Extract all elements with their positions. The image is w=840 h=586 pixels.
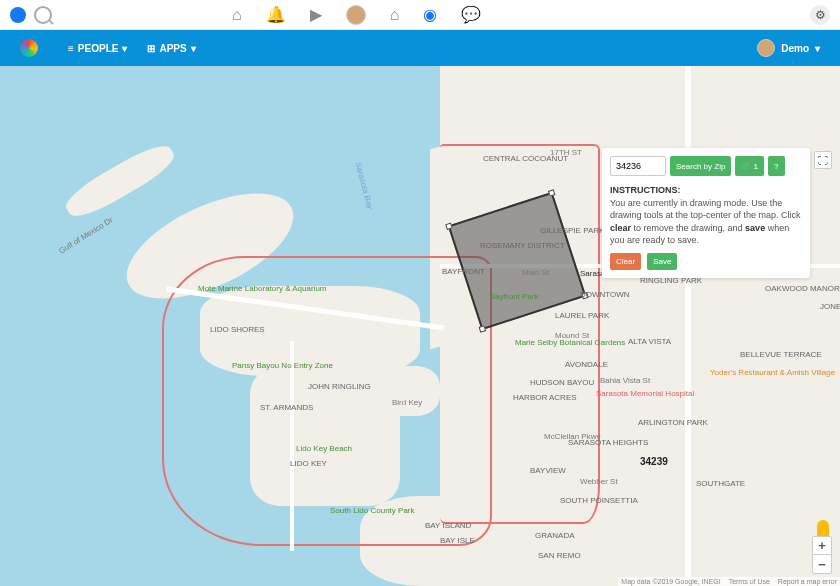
district-label: BELLEVUE TERRACE (740, 350, 822, 359)
zoom-out-button[interactable]: − (813, 555, 831, 573)
poi-label: Pansy Bayou No Entry Zone (232, 361, 292, 370)
search-icon[interactable] (34, 6, 52, 24)
district-label: LAUREL PARK (555, 311, 609, 320)
poi-label: South Lido County Park (330, 506, 380, 515)
play-icon[interactable]: ▶ (310, 5, 322, 24)
zoom-control: + − (812, 536, 832, 574)
district-label: ST. ARMANDS (260, 403, 313, 412)
store-icon[interactable]: ⌂ (390, 6, 400, 24)
district-label: SOUTHGATE (696, 479, 745, 488)
map-footer: Map data ©2019 Google, INEGI Terms of Us… (618, 577, 840, 586)
help-button[interactable]: ? (768, 156, 784, 176)
road-label: 17TH ST (550, 148, 582, 157)
zip-label: 34239 (640, 456, 668, 467)
district-label: BAY ISLE (440, 536, 475, 545)
district-label: AVONDALE (565, 360, 608, 369)
road-label: Bahia Vista St (600, 376, 650, 385)
district-label: BAYFRONT (442, 267, 485, 276)
bell-icon[interactable]: 🔔 (266, 5, 286, 24)
poi-label: Mote Marine Laboratory & Aquarium (198, 284, 268, 293)
road-label: Gulf of Mexico Dr (57, 215, 114, 255)
poi-label: Lido Key Beach (296, 444, 352, 453)
home-icon[interactable]: ⌂ (232, 6, 242, 24)
zoom-in-button[interactable]: + (813, 537, 831, 555)
instructions-text: You are currently in drawing mode. Use t… (610, 198, 801, 246)
cart-button[interactable]: 🛒 1 (735, 156, 764, 176)
user-avatar (757, 39, 775, 57)
save-button[interactable]: Save (647, 253, 677, 270)
terms-link[interactable]: Terms of Use (729, 578, 770, 585)
messenger-icon[interactable]: 💬 (461, 5, 481, 24)
poi-label: Sarasota Memorial Hospital (596, 389, 656, 398)
road-us41 (685, 66, 691, 586)
road-label: McClellan Pkwy (544, 432, 600, 441)
report-link[interactable]: Report a map error (778, 578, 837, 585)
district-label: OAKWOOD MANOR (765, 284, 840, 293)
clear-button[interactable]: Clear (610, 253, 641, 270)
gear-icon[interactable]: ⚙ (810, 5, 830, 25)
district-label: DOWNTOWN (580, 290, 630, 299)
district-label: BAYVIEW (530, 466, 566, 475)
control-panel: Search by Zip 🛒 1 ? INSTRUCTIONS: You ar… (602, 148, 810, 278)
district-label: HUDSON BAYOU (530, 378, 594, 387)
road-label: Webber St (580, 477, 618, 486)
fullscreen-button[interactable]: ⛶ (814, 151, 832, 169)
district-label: JOHN RINGLING (308, 382, 371, 391)
district-label: GILLESPIE PARK (540, 226, 604, 235)
poi-label: Bayfront Park (490, 292, 538, 301)
water-label: Sarasota Bay (353, 161, 374, 210)
nav-people[interactable]: ≡PEOPLE▾ (68, 43, 127, 54)
road-label: Mound St (555, 331, 589, 340)
user-menu[interactable]: Demo▾ (757, 39, 820, 57)
poi-label: Yoder's Restaurant & Amish Village (710, 368, 790, 377)
nav-apps[interactable]: ⊞APPS▾ (147, 43, 195, 54)
district-label: JONES (820, 302, 840, 311)
app-logo[interactable] (20, 39, 38, 57)
avatar[interactable] (346, 5, 366, 25)
groups-icon[interactable]: ◉ (423, 5, 437, 24)
district-label: LIDO SHORES (210, 325, 265, 334)
district-label: SAN REMO (538, 551, 581, 560)
district-label: ROSEMARY DISTRICT (480, 241, 565, 250)
map-canvas[interactable]: Gulf of Mexico Dr Sarasota Bay LIDO SHOR… (0, 66, 840, 586)
district-label: LIDO KEY (290, 459, 327, 468)
district-label: HARBOR ACRES (513, 393, 577, 402)
road-label: Main St (522, 268, 549, 277)
browser-dot (10, 7, 26, 23)
district-label: GRANADA (535, 531, 575, 540)
instructions-title: INSTRUCTIONS: (610, 185, 681, 195)
district-label: Bird Key (392, 398, 422, 407)
district-label: ARLINGTON PARK (638, 418, 708, 427)
district-label: SOUTH POINSETTIA (560, 496, 638, 505)
zip-input[interactable] (610, 156, 666, 176)
district-label: ALTA VISTA (628, 337, 671, 346)
search-zip-button[interactable]: Search by Zip (670, 156, 731, 176)
polygon-handle[interactable] (445, 223, 453, 231)
district-label: BAY ISLAND (425, 521, 471, 530)
